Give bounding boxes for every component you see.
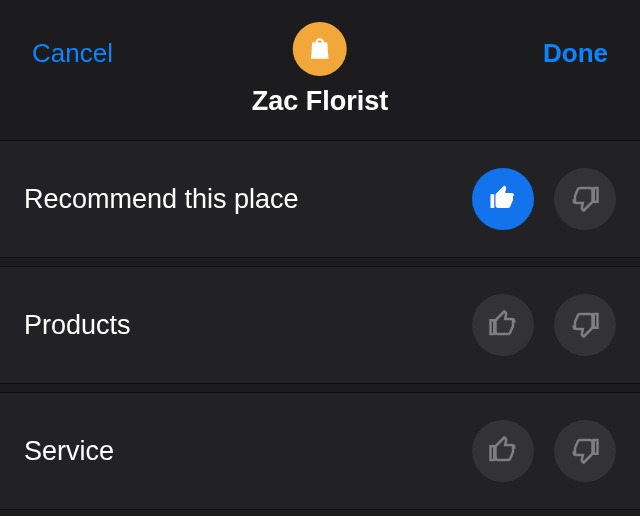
rating-row-label: Recommend this place <box>24 184 299 215</box>
rating-row-label: Products <box>24 310 131 341</box>
rating-row-service: Service <box>0 392 640 510</box>
rating-row-recommend: Recommend this place <box>0 140 640 258</box>
done-button[interactable]: Done <box>543 30 608 77</box>
shopping-bag-icon <box>293 22 347 76</box>
thumbs-up-button[interactable] <box>472 168 534 230</box>
thumbs-down-button[interactable] <box>554 420 616 482</box>
title-block: Zac Florist <box>252 22 389 117</box>
vote-group <box>472 420 616 482</box>
thumbs-up-icon <box>488 309 518 342</box>
thumbs-up-icon <box>488 183 518 216</box>
thumbs-down-button[interactable] <box>554 294 616 356</box>
rating-row-products: Products <box>0 266 640 384</box>
vote-group <box>472 294 616 356</box>
vote-group <box>472 168 616 230</box>
cancel-button[interactable]: Cancel <box>32 30 113 77</box>
place-title: Zac Florist <box>252 86 389 117</box>
thumbs-down-icon <box>570 309 600 342</box>
thumbs-down-icon <box>570 183 600 216</box>
rating-rows: Recommend this place Products <box>0 140 640 510</box>
modal-header: Cancel Zac Florist Done <box>0 0 640 140</box>
thumbs-up-button[interactable] <box>472 294 534 356</box>
thumbs-down-button[interactable] <box>554 168 616 230</box>
rating-row-label: Service <box>24 436 114 467</box>
thumbs-up-icon <box>488 435 518 468</box>
thumbs-up-button[interactable] <box>472 420 534 482</box>
thumbs-down-icon <box>570 435 600 468</box>
